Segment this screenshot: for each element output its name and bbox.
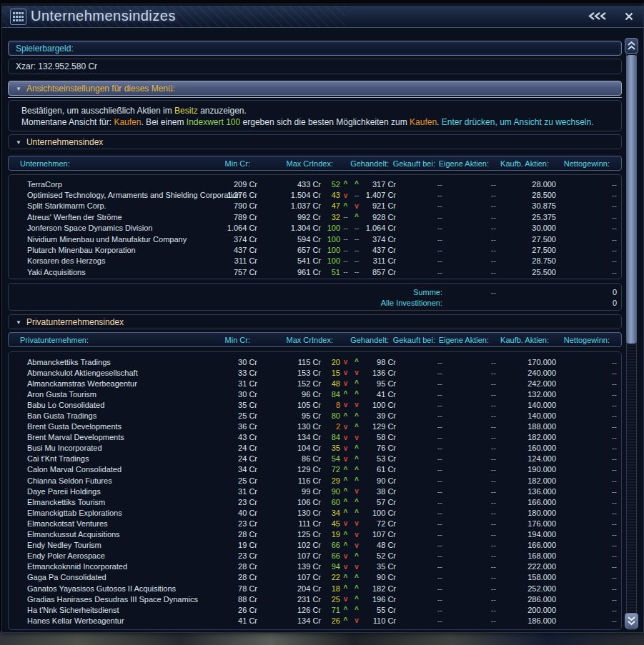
section-header-corporate[interactable]: ▼Unternehmensindex xyxy=(8,134,622,149)
min-price: 30 Cr xyxy=(224,358,257,366)
table-row[interactable]: Atreus' Werften der Ströme789 Cr992 Cr32… xyxy=(16,211,614,222)
own-shares: -- xyxy=(442,390,496,399)
table-row[interactable]: Etmanckoknnid Incorporated28 Cr139 Cr94v… xyxy=(16,561,614,572)
column-header: Min Cr: xyxy=(217,156,250,171)
own-shares: -- xyxy=(442,444,496,452)
trend-1-icon: ^ xyxy=(340,541,351,549)
table-row[interactable]: Busi Mu Incorporated24 Cr104 Cr35v^76 Cr… xyxy=(16,443,614,454)
table-row[interactable]: Elmanckussut Acquisitions28 Cr125 Cr19^v… xyxy=(16,529,614,540)
table-row[interactable]: Elmanckotsat Ventures23 Cr111 Cr45vv72 C… xyxy=(16,518,614,529)
table-row[interactable]: Elmanckettiks Tourism23 Cr106 Cr60^^57 C… xyxy=(16,496,614,507)
table-row[interactable]: Gradias Hanirases Desudras III Space Dyn… xyxy=(16,594,614,604)
table-row[interactable]: Cai t'Knt Tradings24 Cr86 Cr54v^53 Cr---… xyxy=(16,454,614,464)
table-row[interactable]: Nividium Minenbau und Manufaktur Company… xyxy=(16,234,614,244)
trend-1-icon: -- xyxy=(340,235,351,243)
table-row[interactable]: Calon Marval Consolidated34 Cr129 Cr72^^… xyxy=(16,464,614,475)
max-price: 102 Cr xyxy=(257,541,321,549)
traded-price: 110 Cr xyxy=(362,616,396,625)
index-value: 66 xyxy=(321,541,340,549)
table-row[interactable]: Jonferson Space Dynamics Division1.064 C… xyxy=(16,223,614,234)
table-row[interactable]: Brent Gusta Developments36 Cr130 Cr2v^12… xyxy=(16,421,614,432)
scrollbar xyxy=(625,38,638,630)
table-row[interactable]: Daye Pareii Holdings31 Cr99 Cr90^v38 Cr-… xyxy=(16,486,614,496)
table-row[interactable]: Ha t'Nnk Sicherheitsdienst26 Cr126 Cr71^… xyxy=(16,604,614,615)
table-row[interactable]: Endy Nedley Tourism19 Cr102 Cr66^v48 Cr-… xyxy=(16,540,614,551)
settings-text-segment: Kaufen xyxy=(410,117,437,127)
table-row[interactable]: Almanckamstras Werbeagentur31 Cr152 Cr48… xyxy=(16,378,614,389)
buyable-shares: 28.000 xyxy=(496,180,556,189)
index-value: 66 xyxy=(321,551,340,560)
min-price: 31 Cr xyxy=(224,379,257,388)
buyable-shares: 136.000 xyxy=(496,487,556,496)
table-row[interactable]: Brent Marval Developments43 Cr134 Cr84vv… xyxy=(16,432,614,443)
trend-2-icon: ^ xyxy=(351,455,362,463)
buyable-shares: 28.500 xyxy=(496,191,556,199)
scrollbar-thumb[interactable] xyxy=(626,55,637,344)
own-shares: -- xyxy=(442,465,496,474)
company-name: Nividium Minenbau und Manufaktur Company xyxy=(27,235,224,244)
trend-2-icon: v xyxy=(351,202,362,210)
bought-at: -- xyxy=(396,509,442,517)
min-price: 78 Cr xyxy=(224,584,257,593)
max-price: 134 Cr xyxy=(257,616,321,625)
min-price: 41 Cr xyxy=(224,616,257,625)
company-name: Chianna Seldon Futures xyxy=(27,476,224,485)
table-row[interactable]: Elmanckigttab Explorations40 Cr130 Cr34^… xyxy=(16,507,614,518)
traded-price: 53 Cr xyxy=(362,454,396,463)
company-name: Etmanckoknnid Incorporated xyxy=(27,562,224,571)
back-chevrons-icon[interactable] xyxy=(588,11,608,21)
view-settings-header[interactable]: ▼Ansichtseinstellungen für dieses Menü: xyxy=(8,81,622,96)
index-value: 94 xyxy=(321,562,340,571)
company-name: Plutarch Minenbau Korporation xyxy=(27,246,224,254)
traded-price: 921 Cr xyxy=(362,201,396,210)
table-row[interactable]: Split Starkimarm Corp.790 Cr1.037 Cr47^v… xyxy=(16,201,614,211)
table-row[interactable]: Optimised Technology, Armaments and Shie… xyxy=(16,189,614,200)
max-price: 106 Cr xyxy=(257,498,321,506)
company-name: Optimised Technology, Armaments and Shie… xyxy=(27,191,224,199)
own-shares: -- xyxy=(442,541,496,549)
index-value: 84 xyxy=(321,390,340,399)
close-icon[interactable] xyxy=(625,12,633,21)
trend-1-icon: ^ xyxy=(340,412,351,420)
table-row[interactable]: Abmanckettiks Tradings30 Cr115 Cr20v^98 … xyxy=(16,356,614,367)
max-price: 130 Cr xyxy=(257,509,321,517)
scroll-down-icon[interactable] xyxy=(625,613,638,629)
traded-price: 374 Cr xyxy=(362,235,396,244)
table-row[interactable]: Yaki Acquisitions757 Cr961 Cr51----857 C… xyxy=(16,266,614,277)
column-header: Eigene Aktien: xyxy=(435,333,489,347)
table-row[interactable]: Abmanckulot Aktiengesellschaft33 Cr153 C… xyxy=(16,367,614,378)
max-price: 126 Cr xyxy=(257,606,321,614)
table-row[interactable]: Hanes Kellar Werbeagentur41 Cr134 Cr26^v… xyxy=(16,615,614,626)
min-price: 43 Cr xyxy=(224,433,257,441)
table-row[interactable]: Plutarch Minenbau Korporation437 Cr657 C… xyxy=(16,244,614,255)
table-row[interactable]: TerraCorp209 Cr433 Cr52^^317 Cr----28.00… xyxy=(16,179,614,189)
table-row[interactable]: Chianna Seldon Futures25 Cr116 Cr29^^90 … xyxy=(16,475,614,486)
buyable-shares: 158.000 xyxy=(496,573,556,581)
trend-1-icon: -- xyxy=(340,257,351,265)
traded-price: 129 Cr xyxy=(362,422,396,431)
traded-price: 311 Cr xyxy=(362,256,396,265)
table-row[interactable]: Ganatos Yayasisos Gutosos II Acquisition… xyxy=(16,583,614,594)
net-profit: -- xyxy=(556,541,617,549)
table-row[interactable]: Babu Lo Consolidated35 Cr105 Cr8vv100 Cr… xyxy=(16,399,614,410)
table-row[interactable]: Aron Gusta Tourism30 Cr96 Cr84^^41 Cr---… xyxy=(16,389,614,399)
table-row[interactable]: Gaga Pa Consolidated28 Cr107 Cr22^^90 Cr… xyxy=(16,572,614,583)
scroll-up-icon[interactable] xyxy=(625,38,638,54)
own-shares: -- xyxy=(442,519,496,528)
own-shares: -- xyxy=(442,606,496,614)
table-row[interactable]: Korsaren des Herzogs311 Cr541 Cr100----3… xyxy=(16,256,614,266)
table-row[interactable]: Endy Poler Aerospace23 Cr107 Cr66v^52 Cr… xyxy=(16,551,614,561)
buyable-shares: 240.000 xyxy=(496,369,556,377)
trend-2-icon: -- xyxy=(351,257,362,265)
table-row[interactable]: Ban Gusta Tradings25 Cr95 Cr80^^39 Cr---… xyxy=(16,410,614,421)
own-shares: -- xyxy=(442,595,496,604)
net-profit: -- xyxy=(556,358,617,366)
min-price: 36 Cr xyxy=(224,422,257,431)
bought-at: -- xyxy=(396,454,442,463)
traded-price: 100 Cr xyxy=(362,401,396,409)
net-profit: -- xyxy=(556,422,617,431)
traded-price: 196 Cr xyxy=(362,595,396,604)
traded-price: 107 Cr xyxy=(362,530,396,539)
section-header-private[interactable]: ▼Privatunternehmensindex xyxy=(8,314,622,329)
trend-1-icon: ^ xyxy=(340,498,351,506)
